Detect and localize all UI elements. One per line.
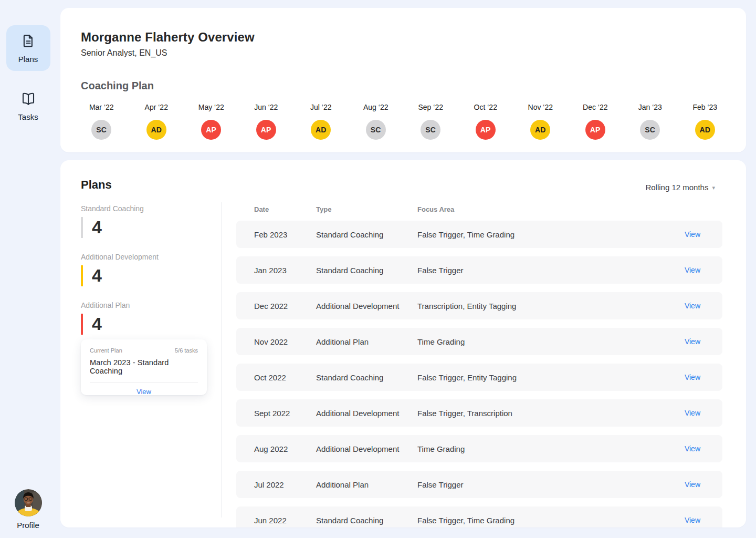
table-row: Oct 2022 Standard Coaching False Trigger…	[236, 364, 722, 391]
column-header-date: Date	[254, 205, 316, 213]
timeline-month: Dec ‘22 AP	[568, 103, 623, 140]
current-plan-view-link[interactable]: View	[90, 388, 198, 396]
timeline-month: Nov ‘22 AD	[513, 103, 568, 140]
plans-table: Date Type Focus Area Feb 2023 Standard C…	[236, 205, 722, 527]
plan-type-badge: AD	[311, 120, 331, 140]
row-view-link[interactable]: View	[685, 337, 700, 346]
timeline-month: Mar ‘22 SC	[74, 103, 129, 140]
timeline-month-label: Apr ‘22	[145, 103, 168, 111]
sidebar-item-tasks[interactable]: Tasks	[6, 85, 50, 128]
table-row: Sept 2022 Additional Development False T…	[236, 399, 722, 427]
row-type: Additional Plan	[316, 480, 417, 489]
row-type: Standard Coaching	[316, 516, 417, 525]
row-date: Nov 2022	[254, 337, 316, 346]
row-focus-area: False Trigger, Transcription	[417, 409, 685, 418]
plan-type-badge: SC	[366, 120, 386, 140]
page-subtitle: Senior Analyst, EN_US	[81, 48, 726, 58]
divider	[90, 382, 198, 382]
plan-type-badge: SC	[640, 120, 660, 140]
stat-label: Additional Development	[81, 253, 207, 261]
stat-count: 4	[81, 314, 207, 335]
row-focus-area: Transcription, Entity Tagging	[417, 302, 685, 311]
timeline-month-label: Nov ‘22	[528, 103, 553, 111]
row-focus-area: False Trigger, Time Grading	[417, 516, 685, 525]
timeline-month: Feb ‘23 AD	[678, 103, 733, 140]
row-type: Standard Coaching	[316, 373, 417, 382]
timeline-month-label: Jan ‘23	[638, 103, 662, 111]
row-date: Jul 2022	[254, 480, 316, 489]
row-view-link[interactable]: View	[685, 302, 700, 310]
table-row: Dec 2022 Additional Development Transcri…	[236, 292, 722, 319]
row-date: Dec 2022	[254, 302, 316, 311]
table-row: Nov 2022 Additional Plan Time Grading Vi…	[236, 328, 722, 355]
document-icon	[20, 33, 36, 51]
plans-table-header: Date Type Focus Area	[236, 205, 722, 221]
sidebar-item-plans[interactable]: Plans	[6, 25, 50, 71]
plan-type-badge: AP	[476, 120, 496, 140]
current-plan-tasks-count: 5/6 tasks	[175, 347, 198, 354]
table-row: Aug 2022 Additional Development Time Gra…	[236, 435, 722, 462]
table-row: Jul 2022 Additional Plan False Trigger V…	[236, 471, 722, 498]
row-type: Standard Coaching	[316, 266, 417, 275]
stat-label: Additional Plan	[81, 301, 207, 309]
profile-label: Profile	[17, 521, 39, 530]
timeline-month-label: Mar ‘22	[89, 103, 114, 111]
date-range-filter[interactable]: Rolling 12 months ▾	[645, 183, 715, 192]
current-plan-name: March 2023 - Standard Coaching	[90, 358, 198, 375]
row-type: Additional Plan	[316, 337, 417, 346]
row-date: Oct 2022	[254, 373, 316, 382]
vertical-divider	[222, 202, 222, 518]
current-plan-label: Current Plan	[90, 347, 122, 354]
row-focus-area: Time Grading	[417, 444, 685, 453]
row-view-link[interactable]: View	[685, 266, 700, 274]
row-focus-area: False Trigger	[417, 266, 685, 275]
book-icon	[20, 91, 36, 109]
plans-heading: Plans	[81, 178, 112, 192]
plans-card: Plans Rolling 12 months ▾ Standard Coach…	[60, 160, 746, 527]
page-title: Morganne Flaherty Overview	[81, 30, 726, 45]
row-view-link[interactable]: View	[685, 409, 700, 417]
row-view-link[interactable]: View	[685, 373, 700, 381]
stat-count: 4	[81, 217, 207, 238]
timeline-month: Jul ‘22 AD	[293, 103, 349, 140]
stat-label: Standard Coaching	[81, 204, 207, 213]
sidebar-profile[interactable]: Profile	[0, 489, 56, 530]
row-date: Sept 2022	[254, 409, 316, 418]
plan-type-badge: SC	[421, 120, 440, 140]
row-type: Additional Development	[316, 409, 417, 418]
timeline-month-label: Dec ‘22	[583, 103, 607, 111]
plan-type-badge: AP	[256, 120, 276, 140]
plan-type-stat: Additional Plan 4	[81, 301, 207, 335]
sidebar-item-label: Plans	[18, 55, 38, 64]
timeline-month-label: Aug ‘22	[363, 103, 388, 111]
row-focus-area: Time Grading	[417, 337, 685, 346]
chevron-down-icon: ▾	[712, 184, 715, 191]
plan-type-badge: AP	[201, 120, 221, 140]
row-view-link[interactable]: View	[685, 480, 700, 489]
timeline-month-label: Oct ‘22	[474, 103, 497, 111]
timeline-month: Jun ‘22 AP	[239, 103, 294, 140]
overview-card: Morganne Flaherty Overview Senior Analys…	[60, 8, 746, 152]
plan-type-stat: Standard Coaching 4	[81, 204, 207, 238]
row-view-link[interactable]: View	[685, 444, 700, 453]
plan-type-badge: AD	[695, 120, 715, 140]
plan-type-badge: SC	[91, 120, 111, 140]
plans-table-body: Feb 2023 Standard Coaching False Trigger…	[236, 221, 722, 527]
plan-type-stats: Standard Coaching 4 Additional Developme…	[81, 204, 207, 349]
date-range-filter-label: Rolling 12 months	[645, 183, 708, 192]
coaching-plan-timeline: Mar ‘22 SC Apr ‘22 AD May ‘22 AP Jun ‘22…	[74, 103, 732, 140]
plan-type-badge: AD	[530, 120, 550, 140]
row-view-link[interactable]: View	[685, 516, 700, 524]
row-type: Additional Development	[316, 302, 417, 311]
timeline-month-label: Jun ‘22	[254, 103, 278, 111]
timeline-month-label: Jul ‘22	[310, 103, 331, 111]
row-date: Jun 2022	[254, 516, 316, 525]
row-date: Aug 2022	[254, 444, 316, 453]
sidebar: Plans Tasks	[0, 0, 56, 538]
plan-type-badge: AD	[146, 120, 166, 140]
table-row: Feb 2023 Standard Coaching False Trigger…	[236, 221, 722, 248]
timeline-month: May ‘22 AP	[184, 103, 239, 140]
row-focus-area: False Trigger, Time Grading	[417, 230, 685, 239]
timeline-month: Oct ‘22 AP	[458, 103, 513, 140]
row-view-link[interactable]: View	[685, 230, 700, 239]
